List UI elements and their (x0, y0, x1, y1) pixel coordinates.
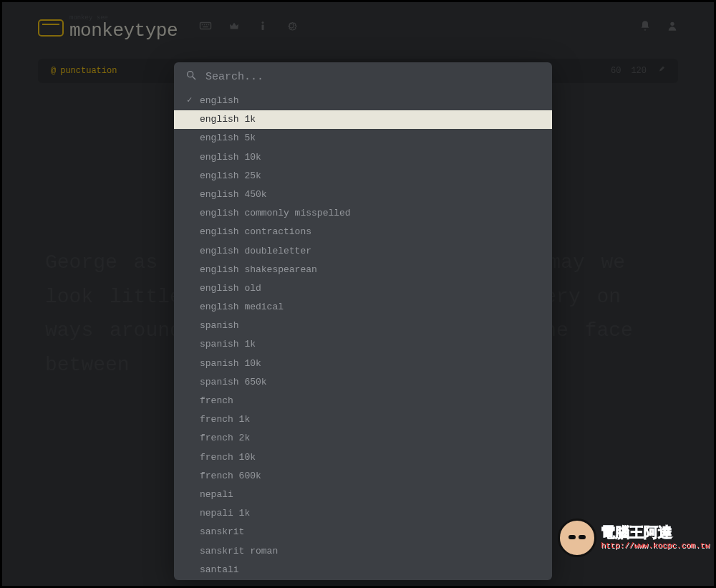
language-option[interactable]: english medical (174, 298, 552, 317)
watermark-face-icon (558, 519, 596, 557)
language-palette: englishenglish 1kenglish 5kenglish 10ken… (174, 62, 552, 580)
language-list: englishenglish 1kenglish 5kenglish 10ken… (174, 92, 552, 580)
language-option[interactable]: english contractions (174, 223, 552, 241)
language-option[interactable]: english 25k (174, 167, 552, 185)
language-option[interactable]: french 10k (174, 448, 552, 467)
language-option[interactable]: french 2k (174, 429, 552, 448)
language-option[interactable]: english 5k (174, 129, 552, 148)
language-option[interactable]: french 600k (174, 467, 552, 486)
language-option[interactable]: spanish 650k (174, 373, 552, 392)
language-option[interactable]: english commonly misspelled (174, 204, 552, 223)
language-option[interactable]: nepali 1k (174, 504, 552, 523)
language-option[interactable]: english 10k (174, 148, 552, 167)
language-option[interactable]: english 450k (174, 185, 552, 204)
language-option[interactable]: santali (174, 561, 552, 579)
svg-point-9 (188, 72, 193, 77)
language-option[interactable]: nepali (174, 486, 552, 504)
language-option[interactable]: english doubleletter (174, 242, 552, 261)
svg-line-10 (193, 77, 195, 79)
language-option[interactable]: english 1k (174, 110, 552, 129)
language-option[interactable]: french 1k (174, 410, 552, 429)
language-option[interactable]: azerbaijani (174, 579, 552, 580)
language-option[interactable]: spanish 1k (174, 335, 552, 354)
language-option[interactable]: english old (174, 279, 552, 298)
palette-search-row (174, 62, 552, 92)
language-option[interactable]: spanish (174, 317, 552, 335)
search-input[interactable] (205, 71, 541, 83)
language-option[interactable]: english shakespearean (174, 261, 552, 279)
language-option[interactable]: sanskrit roman (174, 542, 552, 561)
language-option[interactable]: french (174, 392, 552, 410)
language-option[interactable]: english (174, 92, 552, 110)
language-option[interactable]: sanskrit (174, 523, 552, 541)
watermark-title: 電腦王阿達 (601, 526, 710, 541)
watermark: 電腦王阿達 http://www.kocpc.com.tw (558, 519, 710, 557)
watermark-url: http://www.kocpc.com.tw (601, 541, 710, 550)
language-option[interactable]: spanish 10k (174, 355, 552, 373)
search-icon (185, 69, 197, 85)
